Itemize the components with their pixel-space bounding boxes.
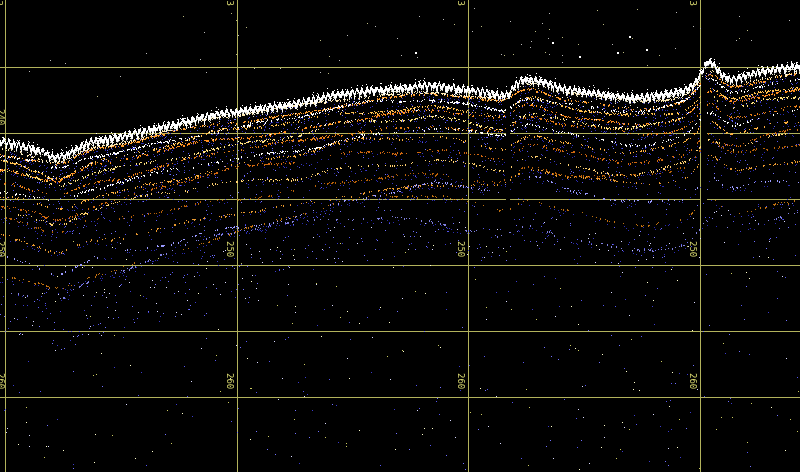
grid-label-x: 23: [688, 0, 698, 6]
grid-label-y: 260: [225, 373, 235, 389]
grid-label-y: 250: [0, 241, 6, 257]
grid-label-x: 23: [0, 0, 4, 6]
grid-label-y: 260: [456, 373, 466, 389]
grid-label-y: 260: [0, 373, 6, 389]
sonar-display: 23232323240250250250250260260260260: [0, 0, 800, 472]
grid-label-x: 23: [225, 0, 235, 6]
grid-label-x: 23: [456, 0, 466, 6]
grid-label-y: 260: [688, 373, 698, 389]
sonar-profile-canvas: [0, 0, 800, 472]
grid-label-y: 250: [456, 241, 466, 257]
grid-label-y: 250: [688, 241, 698, 257]
grid-label-y: 240: [0, 109, 6, 125]
grid-label-y: 250: [225, 241, 235, 257]
